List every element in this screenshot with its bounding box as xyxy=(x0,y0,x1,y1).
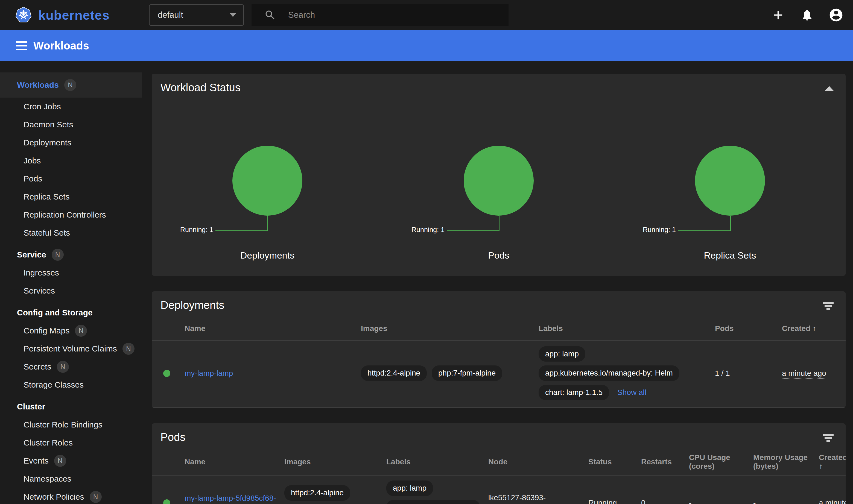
notifications-button[interactable] xyxy=(798,6,816,24)
pod-status: Running xyxy=(588,499,641,504)
namespace-selector[interactable]: default xyxy=(149,4,244,26)
search-input[interactable] xyxy=(288,10,480,20)
sidebar-item-storage-classes[interactable]: Storage Classes xyxy=(0,376,142,394)
column-header-restarts: Restarts xyxy=(641,457,689,466)
callout-line xyxy=(447,230,499,231)
sidebar-item-cluster-roles[interactable]: Cluster Roles xyxy=(0,434,142,452)
label-chip: app: lamp xyxy=(538,346,585,362)
workload-status-charts: Running: 1 Deployments Running: 1 Pods R… xyxy=(152,146,846,276)
sidebar-item-label: Network Policies xyxy=(23,492,84,502)
brand-home-link[interactable]: kubernetes xyxy=(15,7,110,23)
chart-caption: Replica Sets xyxy=(614,250,846,261)
workload-status-card: Workload Status Running: 1 Deployments R… xyxy=(152,74,846,276)
pods-count: 1 / 1 xyxy=(715,369,782,378)
sidebar-item-deployments[interactable]: Deployments xyxy=(0,134,142,152)
namespaced-badge: N xyxy=(52,249,64,261)
deployments-pie-chart: Running: 1 Deployments xyxy=(152,146,383,263)
brand-name: kubernetes xyxy=(38,8,110,23)
status-ok-icon xyxy=(163,370,170,377)
sidebar-item-label: Ingresses xyxy=(23,268,59,277)
sidebar-item-replication-controllers[interactable]: Replication Controllers xyxy=(0,206,142,224)
pie-running-slice xyxy=(232,146,302,216)
page-title: Workloads xyxy=(33,40,89,52)
create-resource-button[interactable] xyxy=(769,6,787,24)
node-name: lke55127-86393-622f8d09399a xyxy=(488,492,560,504)
pie-callout-label: Running: 1 xyxy=(180,226,213,234)
hamburger-icon xyxy=(11,41,32,43)
sidebar-item-daemon-sets[interactable]: Daemon Sets xyxy=(0,115,142,134)
pods-title: Pods xyxy=(160,431,185,443)
column-header-labels: Labels xyxy=(538,324,715,333)
pod-cpu-usage: - xyxy=(689,499,753,504)
search-bar[interactable] xyxy=(251,4,509,26)
sidebar-item-label: Cron Jobs xyxy=(23,102,61,111)
sidebar-item-config-maps[interactable]: Config Maps N xyxy=(0,322,142,340)
main-content: Workload Status Running: 1 Deployments R… xyxy=(142,61,853,504)
sidebar-item-jobs[interactable]: Jobs xyxy=(0,152,142,170)
collapse-card-button[interactable] xyxy=(825,86,834,91)
column-header-name[interactable]: Name xyxy=(184,457,284,466)
sidebar-item-label: Config and Storage xyxy=(17,308,93,317)
sidebar-item-persistent-volume-claims[interactable]: Persistent Volume Claims N xyxy=(0,340,142,358)
callout-line xyxy=(499,216,499,231)
image-chip: httpd:2.4-alpine xyxy=(361,365,427,381)
chart-caption: Pods xyxy=(383,250,614,261)
sidebar-item-service[interactable]: Service N xyxy=(0,246,142,264)
pods-table-header: Name Images Labels Node Status Restarts … xyxy=(152,453,846,475)
created-timestamp: a minute ago xyxy=(782,369,826,379)
pod-row: my-lamp-lamp-5fd985cf68-jwvz4 httpd:2.4-… xyxy=(152,475,846,504)
column-header-label: Created xyxy=(782,324,810,332)
filter-icon[interactable] xyxy=(823,434,834,442)
column-header-node: Node xyxy=(488,457,588,466)
user-circle-icon xyxy=(829,7,844,23)
pod-memory-usage: - xyxy=(753,499,819,504)
pie-callout-label: Running: 1 xyxy=(411,226,445,234)
sidebar-item-services[interactable]: Services xyxy=(0,282,142,300)
show-all-labels-link[interactable]: Show all xyxy=(617,388,646,397)
deployment-row: my-lamp-lamp httpd:2.4-alpine php:7-fpm-… xyxy=(152,341,846,408)
label-chip: app: lamp xyxy=(386,481,433,496)
column-header-cpu: CPU Usage (cores) xyxy=(689,453,753,471)
namespaced-badge: N xyxy=(75,325,87,337)
sidebar-item-replica-sets[interactable]: Replica Sets xyxy=(0,188,142,206)
appbar: Workloads xyxy=(0,30,853,61)
bell-icon xyxy=(800,8,814,22)
column-header-created[interactable]: Created ↑ xyxy=(782,324,846,333)
workload-status-title: Workload Status xyxy=(160,82,241,94)
sidebar-item-pods[interactable]: Pods xyxy=(0,170,142,188)
sidebar-item-stateful-sets[interactable]: Stateful Sets xyxy=(0,224,142,242)
pod-name-link[interactable]: my-lamp-lamp-5fd985cf68-jwvz4 xyxy=(184,493,280,504)
topbar-actions xyxy=(769,0,845,30)
created-timestamp: a minute ago xyxy=(819,499,846,504)
column-header-pods: Pods xyxy=(715,324,782,333)
sidebar-item-cron-jobs[interactable]: Cron Jobs xyxy=(0,97,142,115)
deployments-title: Deployments xyxy=(160,299,224,311)
sidebar-item-secrets[interactable]: Secrets N xyxy=(0,358,142,376)
sidebar-item-label: Cluster xyxy=(17,402,45,411)
menu-button[interactable] xyxy=(11,35,32,56)
filter-icon[interactable] xyxy=(823,302,834,310)
sidebar-item-network-policies[interactable]: Network Policies N xyxy=(0,488,142,504)
column-header-created[interactable]: Created ↑ xyxy=(819,453,846,471)
sidebar-item-workloads[interactable]: Workloads N xyxy=(0,72,142,97)
sidebar-item-label: Services xyxy=(23,286,55,295)
sidebar-item-cluster[interactable]: Cluster xyxy=(0,398,142,416)
sidebar-item-label: Deployments xyxy=(23,138,71,147)
topbar: kubernetes default xyxy=(0,0,853,30)
namespaced-badge: N xyxy=(54,455,66,467)
sidebar-item-label: Stateful Sets xyxy=(23,228,70,237)
namespaced-badge: N xyxy=(90,491,102,503)
sidebar-item-label: Daemon Sets xyxy=(23,120,73,129)
sidebar-item-namespaces[interactable]: Namespaces xyxy=(0,470,142,488)
account-button[interactable] xyxy=(827,6,845,24)
sidebar-item-ingresses[interactable]: Ingresses xyxy=(0,264,142,282)
namespaced-badge: N xyxy=(57,361,69,373)
sidebar-item-events[interactable]: Events N xyxy=(0,452,142,470)
deployment-name-link[interactable]: my-lamp-lamp xyxy=(184,369,233,377)
sidebar-item-cluster-role-bindings[interactable]: Cluster Role Bindings xyxy=(0,416,142,434)
column-header-name[interactable]: Name xyxy=(184,324,361,333)
pie-running-slice xyxy=(695,146,765,216)
callout-line xyxy=(730,216,731,231)
sidebar-item-config-and-storage[interactable]: Config and Storage xyxy=(0,304,142,322)
sidebar-item-label: Storage Classes xyxy=(23,380,84,390)
